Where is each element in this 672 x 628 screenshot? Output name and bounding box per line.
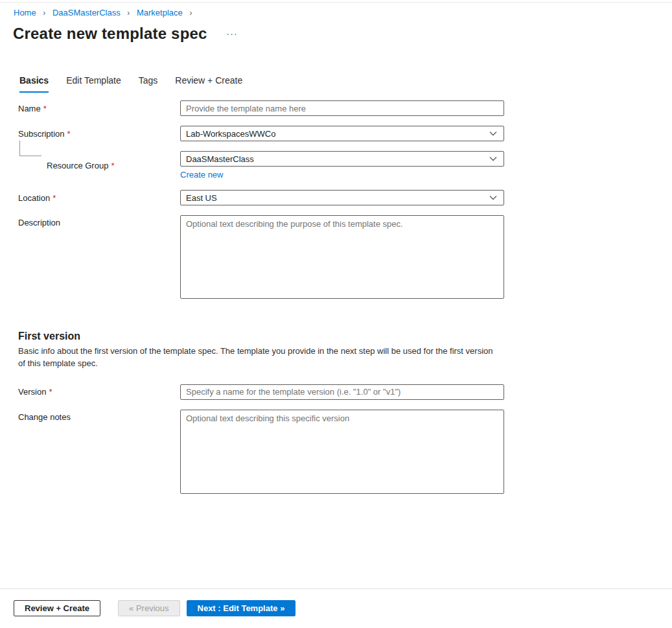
resource-group-field-row: Resource Group* DaaSMasterClass Create n… [18,151,672,180]
tab-edit-template[interactable]: Edit Template [66,75,121,93]
resource-group-label-text: Resource Group [47,161,108,170]
required-asterisk: * [52,193,56,203]
breadcrumb: Home › DaaSMasterClass › Marketplace › [14,8,672,17]
chevron-down-icon [489,195,497,200]
change-notes-label: Change notes [18,410,180,422]
change-notes-label-text: Change notes [18,412,71,422]
version-label: Version* [18,387,180,397]
required-asterisk: * [67,129,71,139]
name-field-row: Name* [18,100,672,116]
more-options-button[interactable]: ··· [227,29,238,39]
name-input[interactable] [180,100,504,116]
review-create-button[interactable]: Review + Create [14,600,100,616]
subscription-label-text: Subscription [18,129,65,139]
breadcrumb-separator-icon: › [43,8,45,17]
location-field-row: Location* East US [18,190,672,205]
previous-button[interactable]: « Previous [118,600,180,616]
resource-group-select[interactable]: DaaSMasterClass [180,151,504,167]
required-asterisk: * [43,104,47,113]
change-notes-field-row: Change notes [18,410,672,496]
description-label-text: Description [18,218,60,227]
required-asterisk: * [111,161,114,170]
subscription-label: Subscription* [18,129,180,139]
subscription-field-row: Subscription* Lab-WorkspacesWWCo [18,126,672,141]
tab-bar: Basics Edit Template Tags Review + Creat… [19,75,672,93]
breadcrumb-separator-icon: › [127,8,130,17]
breadcrumb-separator-icon: › [189,8,192,17]
location-label: Location* [18,193,180,203]
location-selected-value: East US [186,193,217,203]
first-version-form: Version* Change notes [18,384,672,496]
description-field-row: Description [18,215,672,301]
resource-group-connector-line [19,141,41,156]
resource-group-label: Resource Group* [18,161,180,170]
top-divider [0,2,672,3]
next-edit-template-button[interactable]: Next : Edit Template » [187,600,296,616]
required-asterisk: * [49,387,52,397]
version-input[interactable] [180,384,504,400]
page-title: Create new template spec [13,25,207,43]
version-field-row: Version* [18,384,672,400]
description-label: Description [18,215,180,227]
location-select[interactable]: East US [180,190,504,205]
version-label-text: Version [18,387,46,397]
description-textarea[interactable] [180,215,504,299]
title-row: Create new template spec ··· [13,25,672,43]
subscription-select[interactable]: Lab-WorkspacesWWCo [180,126,504,141]
breadcrumb-marketplace-link[interactable]: Marketplace [137,8,183,17]
breadcrumb-home-link[interactable]: Home [14,8,36,17]
name-label-text: Name [18,104,41,113]
tab-tags[interactable]: Tags [139,75,158,93]
chevron-down-icon [489,131,497,136]
create-new-link[interactable]: Create new [180,170,223,180]
footer-buttons: Review + Create « Previous Next : Edit T… [0,589,672,616]
tab-basics[interactable]: Basics [19,75,49,93]
chevron-down-icon [489,156,497,161]
footer-bar: Review + Create « Previous Next : Edit T… [0,588,672,628]
basics-form: Name* Subscription* Lab-WorkspacesWWCo R… [18,100,672,301]
first-version-heading: First version [18,331,672,342]
change-notes-textarea[interactable] [180,410,504,494]
tab-review-create[interactable]: Review + Create [175,75,242,93]
subscription-selected-value: Lab-WorkspacesWWCo [186,129,275,139]
breadcrumb-daasmasterclass-link[interactable]: DaaSMasterClass [52,8,121,17]
resource-group-selected-value: DaaSMasterClass [186,154,254,164]
first-version-description: Basic info about the first version of th… [18,345,501,370]
location-label-text: Location [18,193,50,203]
name-label: Name* [18,104,180,113]
